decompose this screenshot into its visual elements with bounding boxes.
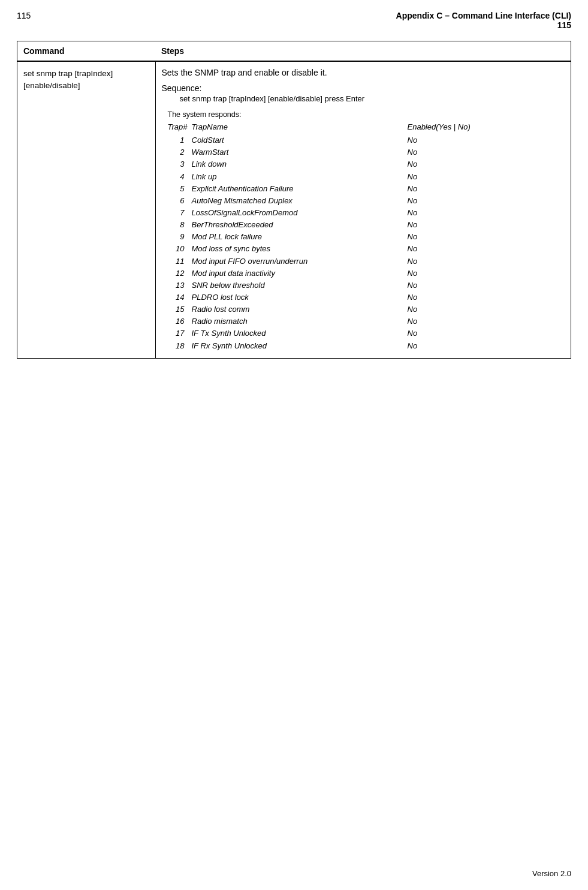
page-title: Appendix C – Command Line Interface (CLI… [396,11,571,20]
trap-name: Radio lost comm [192,303,408,315]
trap-enabled: No [408,303,480,315]
trap-enabled: No [408,183,480,195]
trap-num: 10 [168,243,192,255]
header-right: Appendix C – Command Line Interface (CLI… [396,11,571,30]
trap-num: 4 [168,171,192,183]
trap-num: 3 [168,158,192,170]
trap-num: 18 [168,340,192,352]
trap-enabled: No [408,327,480,339]
trap-name: Link up [192,171,408,183]
version-text: Version 2.0 [532,869,571,878]
trap-name: PLDRO lost lock [192,291,408,303]
trap-header-name: TrapName [192,121,408,133]
trap-num: 16 [168,315,192,327]
main-table-container: Command Steps set snmp trap [trapIndex][… [17,41,571,359]
trap-enabled: No [408,315,480,327]
trap-name: Link down [192,158,408,170]
col-header-command: Command [17,41,155,61]
trap-name: IF Rx Synth Unlocked [192,340,408,352]
trap-name: SNR below threshold [192,279,408,291]
trap-enabled: No [408,146,480,158]
trap-row: 18IF Rx Synth UnlockedNo [168,340,565,352]
page-number-left: 115 [17,11,31,20]
sequence-label: Sequence: [162,83,565,93]
trap-name: ColdStart [192,134,408,146]
trap-row: 12Mod input data inactivityNo [168,267,565,279]
trap-enabled: No [408,158,480,170]
trap-enabled: No [408,231,480,243]
sequence-command: set snmp trap [trapIndex] [enable/disabl… [180,94,565,103]
trap-header-row: Trap# TrapName Enabled(Yes | No) [168,121,565,133]
trap-row: 10Mod loss of sync bytesNo [168,243,565,255]
command-table: Command Steps set snmp trap [trapIndex][… [17,41,571,358]
trap-name: BerThresholdExceeded [192,219,408,231]
trap-row: 14PLDRO lost lockNo [168,291,565,303]
trap-num: 6 [168,195,192,207]
trap-num: 2 [168,146,192,158]
trap-row: 13SNR below thresholdNo [168,279,565,291]
trap-header-enabled: Enabled(Yes | No) [408,121,480,133]
trap-row: 7LossOfSignalLockFromDemodNo [168,207,565,219]
system-responds: The system responds: [168,110,565,119]
trap-enabled: No [408,207,480,219]
trap-name: AutoNeg Mismatched Duplex [192,195,408,207]
trap-enabled: No [408,267,480,279]
trap-name: LossOfSignalLockFromDemod [192,207,408,219]
trap-enabled: No [408,279,480,291]
trap-name: Explicit Authentication Failure [192,183,408,195]
trap-num: 1 [168,134,192,146]
trap-name: WarmStart [192,146,408,158]
trap-rows-container: 1ColdStartNo2WarmStartNo3Link downNo4Lin… [168,134,565,352]
trap-row: 11Mod input FIFO overrun/underrunNo [168,255,565,267]
trap-enabled: No [408,291,480,303]
trap-row: 16Radio mismatchNo [168,315,565,327]
trap-table: Trap# TrapName Enabled(Yes | No) 1ColdSt… [168,121,565,352]
command-cell: set snmp trap [trapIndex][enable/disable… [17,61,155,358]
trap-num: 15 [168,303,192,315]
trap-num: 17 [168,327,192,339]
trap-row: 3Link downNo [168,158,565,170]
trap-enabled: No [408,134,480,146]
trap-row: 6AutoNeg Mismatched DuplexNo [168,195,565,207]
trap-name: Mod loss of sync bytes [192,243,408,255]
page-subtitle: 115 [396,20,571,30]
trap-num: 14 [168,291,192,303]
trap-num: 9 [168,231,192,243]
steps-description: Sets the SNMP trap and enable or disable… [162,68,565,77]
trap-row: 8BerThresholdExceededNo [168,219,565,231]
trap-row: 1ColdStartNo [168,134,565,146]
col-header-steps: Steps [155,41,571,61]
page-footer: Version 2.0 [532,869,571,878]
trap-header-num: Trap# [168,121,192,133]
trap-num: 11 [168,255,192,267]
trap-enabled: No [408,219,480,231]
trap-row: 4Link upNo [168,171,565,183]
command-text: set snmp trap [trapIndex][enable/disable… [23,68,149,92]
trap-enabled: No [408,255,480,267]
trap-num: 5 [168,183,192,195]
trap-row: 5Explicit Authentication FailureNo [168,183,565,195]
trap-name: Radio mismatch [192,315,408,327]
trap-enabled: No [408,195,480,207]
trap-name: Mod input data inactivity [192,267,408,279]
trap-name: Mod PLL lock failure [192,231,408,243]
trap-name: IF Tx Synth Unlocked [192,327,408,339]
trap-num: 7 [168,207,192,219]
page-header: 115 Appendix C – Command Line Interface … [0,0,588,35]
trap-enabled: No [408,243,480,255]
trap-num: 13 [168,279,192,291]
trap-row: 15Radio lost commNo [168,303,565,315]
trap-num: 12 [168,267,192,279]
trap-row: 2WarmStartNo [168,146,565,158]
trap-num: 8 [168,219,192,231]
trap-enabled: No [408,340,480,352]
trap-row: 9Mod PLL lock failureNo [168,231,565,243]
trap-enabled: No [408,171,480,183]
trap-row: 17IF Tx Synth UnlockedNo [168,327,565,339]
table-row: set snmp trap [trapIndex][enable/disable… [17,61,571,358]
steps-cell: Sets the SNMP trap and enable or disable… [155,61,571,358]
trap-name: Mod input FIFO overrun/underrun [192,255,408,267]
